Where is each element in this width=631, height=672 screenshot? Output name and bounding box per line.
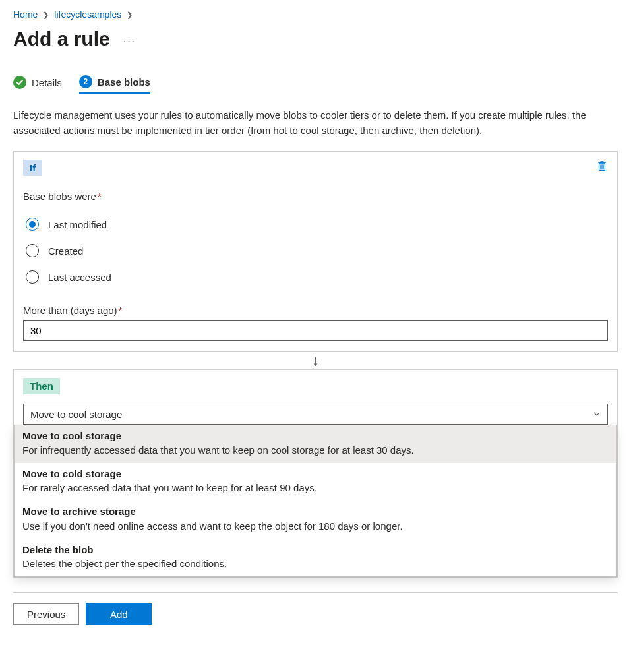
option-move-archive[interactable]: Move to archive storage Use if you don't… — [15, 501, 616, 539]
radio-label: Last modified — [48, 219, 107, 230]
breadcrumb: Home ❯ lifecyclesamples ❯ — [13, 9, 618, 20]
more-actions-icon[interactable]: ··· — [123, 28, 136, 47]
radio-label: Created — [48, 245, 83, 257]
tab-details[interactable]: Details — [13, 76, 62, 93]
previous-button[interactable]: Previous — [13, 603, 79, 625]
footer-separator — [13, 592, 618, 593]
check-icon — [13, 76, 26, 89]
action-select-value: Move to cool storage — [30, 409, 122, 420]
base-blobs-were-label: Base blobs were* — [23, 191, 608, 202]
chevron-down-icon — [593, 409, 601, 420]
breadcrumb-link-home[interactable]: Home — [13, 9, 38, 20]
page-description: Lifecycle management uses your rules to … — [13, 108, 618, 138]
tab-label: Base blobs — [98, 76, 150, 88]
add-button[interactable]: Add — [86, 603, 152, 625]
condition-if-card: If Base blobs were* Last modified Create… — [13, 151, 618, 352]
page-title: Add a rule — [13, 28, 110, 50]
if-badge: If — [23, 160, 42, 176]
arrow-down-icon: ↓ — [13, 353, 618, 368]
option-delete-blob[interactable]: Delete the blob Deletes the object per t… — [15, 539, 616, 577]
chevron-right-icon: ❯ — [43, 11, 49, 19]
days-ago-label: More than (days ago)* — [23, 305, 608, 316]
radio-icon — [26, 270, 39, 284]
radio-created[interactable]: Created — [23, 237, 608, 264]
step-tabs: Details 2 Base blobs — [13, 75, 618, 94]
then-badge: Then — [23, 378, 60, 394]
breadcrumb-link-resource[interactable]: lifecyclesamples — [54, 9, 121, 20]
radio-icon — [26, 218, 39, 231]
delete-icon[interactable] — [596, 160, 608, 171]
action-select[interactable]: Move to cool storage — [23, 404, 608, 425]
tab-base-blobs[interactable]: 2 Base blobs — [79, 75, 150, 94]
footer-actions: Previous Add — [13, 603, 618, 625]
action-then-card: Then Move to cool storage Move to cool s… — [13, 369, 618, 578]
radio-label: Last accessed — [48, 272, 111, 283]
days-ago-input[interactable] — [23, 320, 608, 341]
step-number-badge: 2 — [79, 75, 92, 88]
radio-last-accessed[interactable]: Last accessed — [23, 264, 608, 290]
base-blobs-radio-group: Last modified Created Last accessed — [23, 211, 608, 290]
chevron-right-icon: ❯ — [127, 11, 133, 19]
radio-icon — [26, 244, 39, 257]
option-move-cool[interactable]: Move to cool storage For infrequently ac… — [15, 425, 616, 463]
option-move-cold[interactable]: Move to cold storage For rarely accessed… — [15, 463, 616, 501]
tab-label: Details — [32, 77, 62, 88]
action-dropdown-list: Move to cool storage For infrequently ac… — [14, 425, 617, 577]
radio-last-modified[interactable]: Last modified — [23, 211, 608, 237]
